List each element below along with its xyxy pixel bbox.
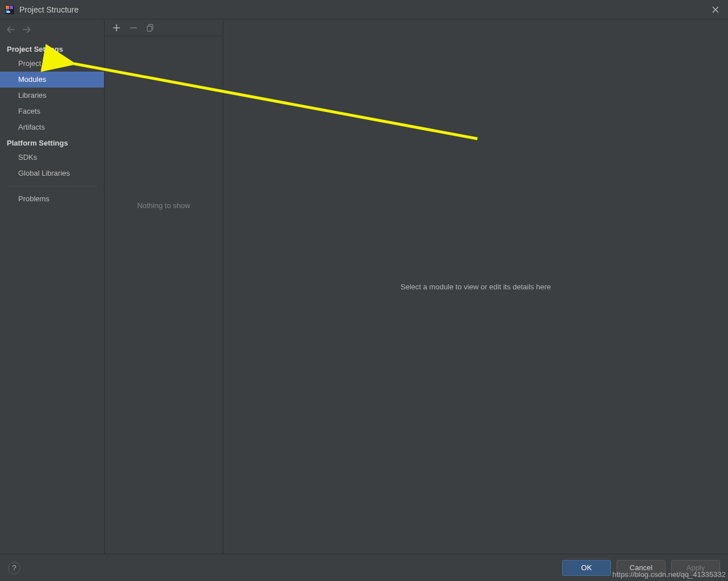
copy-icon <box>147 24 155 32</box>
sidebar-section-project-settings: Project Settings <box>0 42 104 56</box>
window-title: Project Structure <box>19 5 78 14</box>
close-icon <box>712 6 719 14</box>
copy-module-button[interactable] <box>147 24 155 32</box>
ok-button[interactable]: OK <box>562 560 611 576</box>
plus-icon <box>113 24 120 32</box>
module-list-empty: Nothing to show <box>105 201 223 210</box>
dialog-footer: ? OK Cancel Apply <box>0 554 728 581</box>
sidebar-item-libraries[interactable]: Libraries <box>0 88 104 103</box>
sidebar-item-modules[interactable]: Modules <box>0 72 104 88</box>
add-module-button[interactable] <box>113 24 120 32</box>
remove-module-button[interactable] <box>130 24 138 32</box>
arrow-right-icon <box>23 26 31 33</box>
sidebar-section-platform-settings: Platform Settings <box>0 135 104 150</box>
intellij-icon <box>5 5 15 15</box>
svg-rect-2 <box>10 6 13 9</box>
module-list-panel: Nothing to show <box>105 19 223 554</box>
sidebar-item-facets[interactable]: Facets <box>0 103 104 119</box>
forward-button[interactable] <box>23 26 31 35</box>
cancel-button[interactable]: Cancel <box>617 560 665 576</box>
main-area: Project Settings Project Modules Librari… <box>0 19 728 554</box>
close-button[interactable] <box>708 2 723 18</box>
help-button[interactable]: ? <box>8 562 20 574</box>
minus-icon <box>130 24 138 32</box>
module-toolbar <box>105 19 223 36</box>
sidebar-item-project[interactable]: Project <box>0 56 104 72</box>
svg-rect-1 <box>6 6 9 9</box>
back-button[interactable] <box>7 26 15 35</box>
module-detail-panel: Select a module to view or edit its deta… <box>223 19 728 554</box>
sidebar-item-problems[interactable]: Problems <box>0 191 104 207</box>
sidebar-divider <box>7 186 97 186</box>
sidebar-item-artifacts[interactable]: Artifacts <box>0 119 104 135</box>
svg-rect-11 <box>147 26 152 31</box>
sidebar-item-global-libraries[interactable]: Global Libraries <box>0 165 104 181</box>
titlebar: Project Structure <box>0 0 728 19</box>
arrow-left-icon <box>7 26 15 33</box>
module-detail-hint: Select a module to view or edit its deta… <box>401 283 551 291</box>
sidebar: Project Settings Project Modules Librari… <box>0 19 105 554</box>
footer-buttons: OK Cancel Apply <box>562 560 720 576</box>
sidebar-item-sdks[interactable]: SDKs <box>0 150 104 165</box>
apply-button[interactable]: Apply <box>671 560 720 576</box>
help-icon: ? <box>12 563 16 572</box>
svg-rect-4 <box>7 11 10 13</box>
nav-arrows <box>0 23 104 42</box>
